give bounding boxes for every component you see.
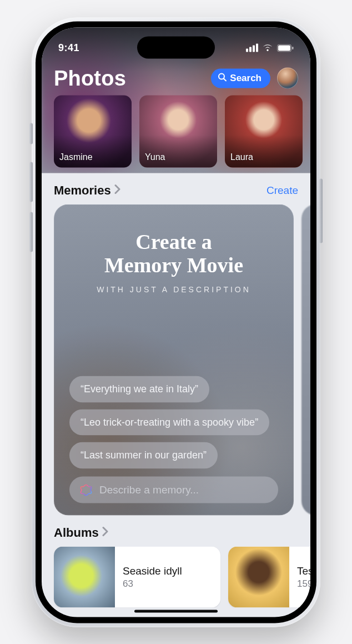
albums-row[interactable]: Seaside idyll 63 Test 159 <box>42 546 310 607</box>
svg-rect-1 <box>278 45 290 51</box>
chevron-right-icon <box>102 525 109 540</box>
album-meta: Seaside idyll 63 <box>115 546 220 607</box>
battery-icon <box>277 44 294 52</box>
apple-intelligence-icon <box>79 483 93 496</box>
search-label: Search <box>230 73 262 84</box>
person-name: Yuna <box>145 152 165 162</box>
person-card[interactable]: Laura <box>225 95 303 167</box>
describe-memory-input[interactable]: Describe a memory... <box>69 476 278 503</box>
svg-rect-2 <box>292 47 294 49</box>
album-name: Seaside idyll <box>123 565 213 577</box>
phone-side-button <box>29 123 33 144</box>
content: Photos Search <box>42 27 310 617</box>
dynamic-island <box>137 36 215 58</box>
memory-card-title: Create a Memory Movie <box>104 229 243 277</box>
phone-bezel: 9:41 Photos <box>36 21 316 623</box>
header-actions: Search <box>211 68 298 89</box>
memory-suggestion[interactable]: “Leo trick-or-treating with a spooky vib… <box>69 409 269 435</box>
title-line: Create a <box>135 229 212 253</box>
album-thumbnail <box>54 546 115 607</box>
people-row[interactable]: Jasmine Yuna Laura <box>42 95 310 167</box>
phone-frame: 9:41 Photos <box>32 17 320 627</box>
person-card[interactable]: Yuna <box>139 95 217 167</box>
header: Photos Search <box>42 66 310 90</box>
cellular-icon <box>246 44 258 52</box>
app-title: Photos <box>54 66 126 90</box>
memories-header: Memories Create <box>42 173 310 204</box>
title-line: Memory Movie <box>104 253 243 277</box>
phone-volume-down <box>29 212 33 252</box>
memory-suggestion[interactable]: “Everything we ate in Italy” <box>69 376 209 402</box>
phone-volume-up <box>29 162 33 202</box>
memory-card-subtitle: WITH JUST A DESCRIPTION <box>97 284 251 293</box>
section-title-text: Albums <box>54 525 99 540</box>
albums-header: Albums <box>42 515 310 546</box>
memories-scroller[interactable]: Create a Memory Movie WITH JUST A DESCRI… <box>42 204 310 515</box>
album-thumbnail <box>228 546 289 607</box>
person-name: Laura <box>230 152 253 162</box>
album-card[interactable]: Test 159 <box>228 546 310 607</box>
screen: 9:41 Photos <box>42 27 310 617</box>
phone-power-button <box>319 178 323 243</box>
album-name: Test <box>297 565 310 577</box>
page: 9:41 Photos <box>0 0 352 644</box>
album-count: 159 <box>297 578 310 589</box>
create-memory-button[interactable]: Create <box>266 184 298 196</box>
status-indicators <box>246 44 294 52</box>
person-card[interactable]: Jasmine <box>54 95 132 167</box>
person-name: Jasmine <box>59 152 93 162</box>
profile-avatar[interactable] <box>277 68 298 89</box>
search-icon <box>218 72 227 84</box>
memory-movie-card[interactable]: Create a Memory Movie WITH JUST A DESCRI… <box>54 204 294 515</box>
svg-line-4 <box>224 78 226 81</box>
describe-memory-placeholder: Describe a memory... <box>99 483 199 496</box>
memory-suggestions: “Everything we ate in Italy” “Leo trick-… <box>69 376 278 468</box>
search-button[interactable]: Search <box>211 68 270 88</box>
memory-card-peek[interactable] <box>301 204 310 515</box>
status-time: 9:41 <box>58 42 79 54</box>
memory-suggestion[interactable]: “Last summer in our garden” <box>69 442 218 468</box>
albums-title-button[interactable]: Albums <box>54 525 109 540</box>
section-title-text: Memories <box>54 183 111 197</box>
wifi-icon <box>262 44 273 52</box>
memories-title-button[interactable]: Memories <box>54 183 121 197</box>
album-count: 63 <box>123 578 213 589</box>
album-meta: Test 159 <box>289 546 310 607</box>
home-indicator[interactable] <box>134 610 218 612</box>
album-card[interactable]: Seaside idyll 63 <box>54 546 220 607</box>
chevron-right-icon <box>114 183 121 197</box>
